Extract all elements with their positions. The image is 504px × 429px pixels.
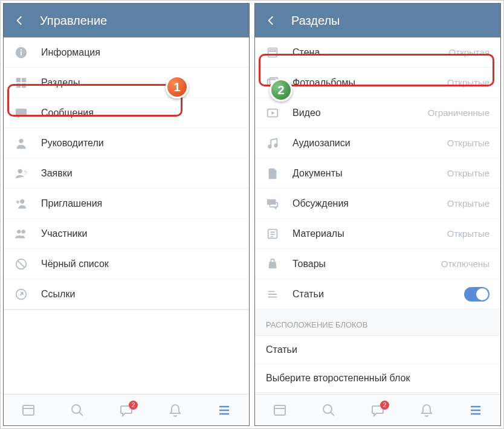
header: Управление [4,4,249,37]
content-list: Информация Разделы Сообщения Руководител… [4,37,249,394]
nav-search-icon[interactable] [69,402,85,418]
nav-menu-icon[interactable] [216,402,232,418]
svg-point-8 [18,169,22,173]
nav-menu-icon[interactable] [468,402,483,418]
svg-point-10 [20,199,24,203]
item-value: Открытая [449,47,489,57]
item-wall[interactable]: Стена Открытая [255,37,500,68]
svg-point-11 [17,230,21,233]
wall-icon [266,46,279,59]
back-icon[interactable] [265,15,277,27]
user-plus-icon [15,197,28,210]
nav-notifications-icon[interactable] [167,402,183,418]
item-managers[interactable]: Руководители [4,128,249,158]
badge: 2 [380,401,389,410]
nav-messages-icon[interactable]: 2 [370,402,386,418]
svg-point-7 [19,138,23,143]
header: Разделы [255,4,500,37]
svg-point-12 [21,230,25,233]
item-value: Открытые [447,198,489,208]
nav-bar: 2 [4,394,249,425]
item-requests[interactable]: ? Заявки [4,158,249,189]
svg-rect-6 [22,83,26,87]
step-marker-2: 2 [270,79,292,102]
item-links[interactable]: Ссылки [4,279,249,309]
nav-messages-icon[interactable]: 2 [118,402,134,418]
user-icon [15,137,28,150]
item-blacklist[interactable]: Чёрный список [4,249,249,279]
svg-rect-4 [22,77,26,82]
svg-rect-15 [23,405,34,415]
block-item[interactable]: Статьи [255,336,500,364]
back-icon[interactable] [13,15,25,27]
item-label: Фотоальбомы [292,77,434,88]
nav-search-icon[interactable] [321,402,337,418]
item-label: Стена [292,47,436,58]
item-label: Товары [292,259,428,269]
users-icon [15,227,28,240]
item-label: Обсуждения [292,198,434,209]
nav-feed-icon[interactable] [272,402,288,418]
bag-icon [266,257,279,271]
item-label: Сообщения [41,108,238,118]
svg-point-26 [323,405,332,413]
item-label: Статьи [292,289,451,300]
music-icon [266,137,279,150]
toggle-switch[interactable] [464,287,489,302]
item-products[interactable]: Товары Отключены [255,249,500,279]
svg-point-22 [268,145,271,148]
svg-rect-3 [16,77,21,82]
nav-feed-icon[interactable] [21,402,36,418]
section-header: РАСПОЛОЖЕНИЕ БЛОКОВ [255,309,500,336]
item-value: Открытые [447,77,489,88]
item-label: Чёрный список [41,259,238,269]
item-messages[interactable]: Сообщения [4,98,249,128]
item-label: Материалы [292,228,434,239]
item-label: Документы [292,168,434,179]
item-sections[interactable]: Разделы [4,68,249,98]
block-item-secondary[interactable]: Выберите второстепенный блок [255,364,500,393]
item-label: Разделы [41,77,238,88]
item-value: Ограниченные [428,108,489,118]
grid-icon [15,76,28,89]
user-question-icon: ? [15,167,28,180]
item-articles[interactable]: Статьи [255,279,500,309]
item-discussions[interactable]: Обсуждения Открытые [255,189,500,219]
svg-text:?: ? [24,169,27,175]
info-icon [15,46,28,59]
video-icon [266,106,279,120]
nav-bar: 2 [255,394,500,425]
svg-point-16 [72,405,80,413]
step-marker-1: 1 [166,76,189,98]
doc-icon [266,167,279,180]
item-label: Участники [41,228,238,239]
svg-point-2 [21,49,22,50]
ban-icon [15,257,28,271]
chat-icon [15,106,28,120]
nav-notifications-icon[interactable] [419,402,435,418]
item-docs[interactable]: Документы Открытые [255,158,500,189]
header-title: Разделы [291,14,340,28]
empty-area [4,309,249,310]
item-materials[interactable]: Материалы Открытые [255,219,500,249]
item-label: Руководители [41,138,238,149]
svg-rect-18 [270,50,275,51]
header-title: Управление [40,14,107,28]
item-label: Аудиозаписи [292,138,434,149]
item-value: Открытые [447,138,489,148]
item-label: Ссылки [41,289,238,300]
item-label: Видео [292,108,415,118]
item-invites[interactable]: Приглашения [4,189,249,219]
screen-management: Управление Информация Разделы Сообщения … [3,3,250,426]
external-icon [15,288,28,301]
badge: 2 [129,401,138,410]
item-video[interactable]: Видео Ограниченные [255,98,500,128]
item-label: Заявки [41,168,238,179]
materials-icon [266,227,279,240]
svg-rect-25 [274,405,285,415]
item-information[interactable]: Информация [4,37,249,68]
item-label: Информация [41,47,238,58]
item-value: Открытые [447,168,489,178]
item-members[interactable]: Участники [4,219,249,249]
item-audio[interactable]: Аудиозаписи Открытые [255,128,500,158]
